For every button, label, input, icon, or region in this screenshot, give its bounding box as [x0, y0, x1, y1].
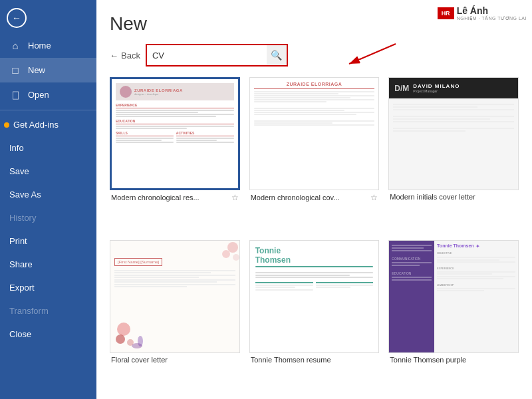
sidebar-item-print[interactable]: Print	[0, 229, 96, 253]
cv5-name: TonnieThomsen	[255, 246, 374, 265]
sidebar-item-get-add-ins[interactable]: Get Add-ins	[0, 113, 96, 136]
back-label: Back	[121, 51, 140, 61]
cv1-section-activities: ACTIVITIES	[176, 131, 234, 136]
sidebar-item-label: Share	[9, 259, 33, 269]
cv1-section-skills: SKILLS	[116, 131, 174, 136]
cv6-preview: COMMUNICATION EDUCATION Tonnie Thomsen ✦	[389, 241, 518, 352]
sidebar-item-label: Print	[9, 236, 27, 246]
sidebar-item-info[interactable]: Info	[0, 136, 96, 160]
template-card-1[interactable]: ZURAIDE ELORRIAGA designer • developer E…	[110, 77, 240, 231]
cv3-initials: D/M	[394, 84, 409, 93]
svg-line-1	[349, 44, 396, 64]
cv6-name: Tonnie Thomsen	[437, 243, 473, 248]
template-thumb-3: D/M DAVID MILANO Project Manager	[388, 77, 519, 190]
star-icon-1[interactable]: ☆	[231, 193, 239, 202]
cv3-body	[389, 98, 518, 190]
cv4-floral-svg	[200, 241, 239, 281]
sidebar-item-save-as[interactable]: Save As	[0, 183, 96, 206]
sidebar-item-transform: Transform	[0, 299, 96, 323]
template-footer-2: Modern chronological cov... ☆	[249, 190, 380, 205]
sidebar: ← ⌂ Home □ New ⎕ Open Get Add-ins Info S	[0, 0, 96, 399]
back-button[interactable]: ←	[7, 8, 27, 28]
template-footer-1: Modern chronological res... ☆	[110, 190, 240, 205]
template-card-4[interactable]: [First Name] [Surname] Flor	[110, 240, 240, 392]
sidebar-item-label: Transform	[9, 306, 49, 316]
sidebar-item-share[interactable]: Share	[0, 253, 96, 276]
back-arrow-icon: ←	[110, 51, 118, 61]
svg-point-6	[116, 334, 125, 344]
template-footer-5: Tonnie Thomsen resume	[249, 353, 380, 366]
cv4-bottom-floral	[114, 309, 147, 349]
cv4-preview: [First Name] [Surname]	[110, 241, 239, 352]
cv2-line	[254, 88, 375, 89]
sidebar-item-label: Save As	[9, 190, 41, 200]
svg-point-4	[233, 254, 239, 261]
search-icon: 🔍	[271, 50, 282, 61]
sidebar-item-save[interactable]: Save	[0, 160, 96, 183]
template-thumb-5: TonnieThomsen	[249, 240, 380, 353]
cv1-preview: ZURAIDE ELORRIAGA designer • developer E…	[112, 79, 238, 188]
open-icon: ⎕	[9, 89, 21, 100]
logo-text: Lê Ánh NGHIỆM · TẦNG TƯƠNG LAI	[457, 5, 527, 21]
cv3-fullname: DAVID MILANO	[413, 83, 460, 89]
template-thumb-2: ZURAIDE ELORRIAGA	[249, 77, 380, 190]
sidebar-item-label: Open	[28, 90, 49, 100]
svg-point-5	[117, 323, 130, 336]
star-icon-2[interactable]: ☆	[370, 193, 378, 202]
search-input[interactable]	[147, 45, 267, 65]
back-nav-button[interactable]: ← Back	[110, 51, 140, 61]
main-content: HR Lê Ánh NGHIỆM · TẦNG TƯƠNG LAI New ← …	[96, 0, 532, 399]
sidebar-top: ←	[0, 0, 96, 33]
cv5-preview: TonnieThomsen	[250, 241, 379, 352]
svg-point-3	[222, 250, 230, 258]
template-card-3[interactable]: D/M DAVID MILANO Project Manager	[388, 77, 519, 231]
cv1-avatar	[120, 86, 132, 98]
red-arrow-annotation	[336, 41, 402, 74]
logo-line1: HR	[442, 10, 450, 17]
sidebar-item-export[interactable]: Export	[0, 276, 96, 299]
svg-point-2	[227, 242, 238, 253]
sidebar-item-label: Close	[9, 329, 31, 339]
template-label-3: Modern initials cover letter	[390, 193, 475, 201]
cv1-subtitle: designer • developer	[134, 92, 183, 96]
sidebar-item-home[interactable]: ⌂ Home	[0, 33, 96, 58]
logo-area: HR Lê Ánh NGHIỆM · TẦNG TƯƠNG LAI	[438, 5, 527, 21]
template-label-4: Floral cover letter	[111, 356, 168, 364]
cv6-left-panel: COMMUNICATION EDUCATION	[389, 241, 434, 352]
search-button[interactable]: 🔍	[267, 45, 287, 65]
search-area: ← Back 🔍	[110, 44, 519, 66]
template-thumb-6: COMMUNICATION EDUCATION Tonnie Thomsen ✦	[388, 240, 519, 353]
cv2-preview: ZURAIDE ELORRIAGA	[250, 78, 379, 190]
cv3-role: Project Manager	[413, 89, 460, 93]
sidebar-nav: ⌂ Home □ New ⎕ Open Get Add-ins Info Sav…	[0, 33, 96, 399]
cv3-header: D/M DAVID MILANO Project Manager	[389, 78, 518, 98]
cv6-star-deco: ✦	[475, 243, 480, 249]
template-label-5: Tonnie Thomsen resume	[251, 356, 331, 364]
sidebar-item-label: Get Add-ins	[13, 120, 59, 130]
logo-name: Lê Ánh	[457, 5, 527, 16]
template-label-1: Modern chronological res...	[111, 194, 200, 201]
template-card-5[interactable]: TonnieThomsen	[249, 240, 380, 392]
sidebar-item-label: Info	[9, 143, 24, 153]
template-card-2[interactable]: ZURAIDE ELORRIAGA Modern chronological c…	[249, 77, 380, 231]
cv2-name: ZURAIDE ELORRIAGA	[254, 82, 375, 86]
sidebar-item-label: Save	[9, 166, 29, 176]
sidebar-item-label: Home	[28, 41, 51, 51]
cv1-section-edu: EDUCATION	[116, 119, 234, 124]
template-footer-6: Tonnie Thomsen purple	[388, 353, 519, 366]
template-label-6: Tonnie Thomsen purple	[390, 356, 466, 364]
template-label-2: Modern chronological cov...	[251, 194, 340, 201]
dot-indicator	[4, 122, 9, 128]
logo-tagline: NGHIỆM · TẦNG TƯƠNG LAI	[457, 16, 527, 21]
nav-divider	[0, 110, 96, 110]
sidebar-item-close[interactable]: Close	[0, 323, 96, 346]
template-thumb-1: ZURAIDE ELORRIAGA designer • developer E…	[110, 77, 240, 190]
sidebar-item-label: New	[28, 65, 45, 75]
home-icon: ⌂	[9, 40, 21, 51]
template-card-6[interactable]: COMMUNICATION EDUCATION Tonnie Thomsen ✦	[388, 240, 519, 392]
template-grid: ZURAIDE ELORRIAGA designer • developer E…	[110, 77, 519, 392]
sidebar-item-open[interactable]: ⎕ Open	[0, 82, 96, 107]
svg-point-9	[138, 336, 143, 346]
new-icon: □	[9, 65, 21, 76]
sidebar-item-new[interactable]: □ New	[0, 58, 96, 82]
